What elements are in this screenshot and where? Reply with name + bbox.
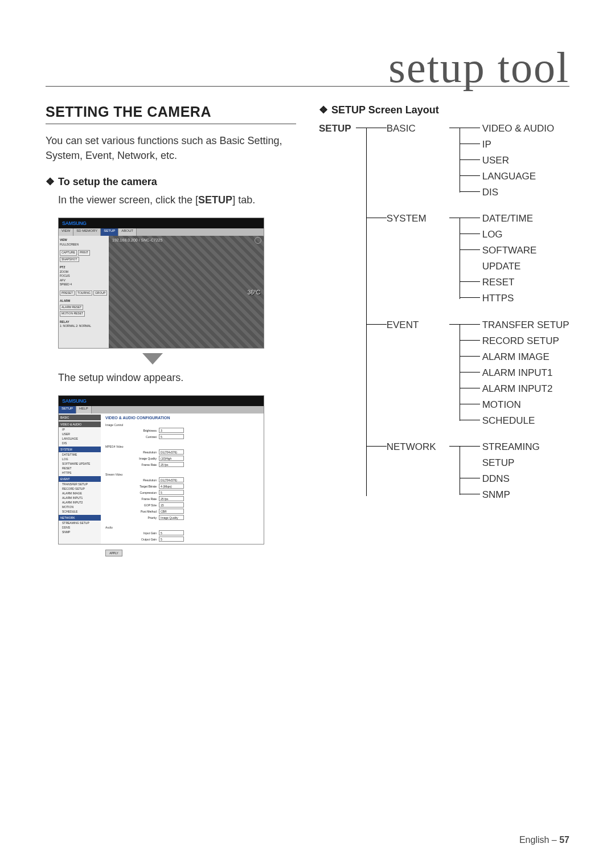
header-rule: setup tool — [46, 46, 569, 87]
g4r0l: Input Gain — [128, 531, 157, 535]
g3r2v[interactable]: 5 — [159, 490, 184, 495]
ssb-item-sw[interactable]: SOFTWARE UPDATE — [59, 461, 101, 466]
ssb-logo: SAMSUNG — [62, 398, 87, 404]
g1r1v[interactable]: 5 — [159, 434, 184, 439]
ssb-item-ai2[interactable]: ALARM INPUT2 — [59, 500, 101, 505]
section-title-left: SETTING THE CAMERA — [46, 104, 296, 124]
ssb-item-mo[interactable]: MOTION — [59, 505, 101, 509]
g1r0v[interactable]: 3 — [159, 428, 184, 433]
ss-preset[interactable]: PRESET — [60, 290, 75, 296]
g2r2v[interactable]: 25 fps — [159, 462, 184, 467]
ss-focus: FOCUS — [60, 274, 108, 279]
ssb-cat-system[interactable]: SYSTEM — [59, 447, 101, 452]
g4r1v[interactable]: 5 — [159, 537, 184, 542]
ssb-g1: Image Control Brightness3 Contrast5 — [101, 422, 264, 444]
ss-alarm-reset[interactable]: ALARM RESET — [60, 305, 83, 310]
ssb-item-snmp[interactable]: SNMP — [59, 530, 101, 534]
ss-motion-reset[interactable]: MOTION RESET — [60, 311, 85, 317]
screenshot-viewer: SAMSUNG VIEW SD MEMORY SETUP ABOUT VIEW … — [58, 218, 264, 349]
ss-touring[interactable]: TOURING — [76, 290, 92, 296]
ssb-cat-basic[interactable]: BASIC — [59, 415, 101, 420]
ss-tab-about[interactable]: ABOUT — [118, 228, 137, 236]
twig-dt: DATE/TIME — [480, 211, 569, 227]
ss-af: AFV — [60, 279, 108, 283]
ssb-g2-hdr: MPEG4 Video — [105, 445, 259, 448]
g2r0v[interactable]: D1(704x576) — [159, 449, 184, 455]
g2r2l: Frame Rate — [128, 463, 157, 466]
ssb-item-dis[interactable]: DIS — [59, 441, 101, 445]
ss-print[interactable]: PRINT — [78, 250, 90, 256]
ss-tab-sdmem[interactable]: SD MEMORY — [73, 228, 101, 236]
sub-title-layout: ❖SETUP Screen Layout — [319, 104, 569, 116]
ssb-item-ss[interactable]: STREAMING SETUP — [59, 521, 101, 525]
g3r4l: GOP Size — [128, 503, 157, 507]
diamond-icon: ❖ — [46, 175, 55, 188]
g1r1l: Contrast — [128, 435, 157, 439]
twig-sch: SCHEDULE — [480, 413, 569, 429]
ssb-cat-network[interactable]: NETWORK — [59, 515, 101, 521]
ss-ptz-hdr: PTZ — [60, 265, 108, 270]
ssb-tab-setup[interactable]: SETUP — [59, 406, 76, 413]
ssb-item-rs[interactable]: RECORD SETUP — [59, 486, 101, 491]
ss-zoom: ZOOM — [60, 270, 108, 275]
ss-tab-view[interactable]: VIEW — [59, 228, 73, 236]
ss-snapshot[interactable]: SNAPSHOT — [60, 257, 79, 263]
right-column: ❖SETUP Screen Layout SETUP BASIC VIDEO &… — [319, 104, 569, 549]
ssb-g4-hdr: Audio — [105, 526, 259, 529]
ssb-item-va[interactable]: VIDEO & AUDIO — [59, 421, 101, 427]
refresh-icon[interactable] — [255, 237, 261, 244]
g4r0v[interactable]: 5 — [159, 530, 184, 535]
apply-button[interactable]: APPLY — [105, 550, 122, 556]
ssb-tabs: SETUP HELP — [59, 406, 264, 413]
ssb-item-ai1[interactable]: ALARM INPUT1 — [59, 496, 101, 500]
ss-body: VIEW FULLSCREEN CAPTURE PRINT SNAPSHOT P… — [59, 236, 264, 348]
ssb-item-ddns[interactable]: DDNS — [59, 525, 101, 530]
ss-temp: 36°C — [248, 289, 260, 295]
twig-ip: IP — [480, 137, 569, 153]
branch-label-event: EVENT — [387, 317, 449, 333]
ssb-item-user[interactable]: USER — [59, 432, 101, 436]
g4r1l: Output Gain — [128, 538, 157, 541]
ssb-item-ai[interactable]: ALARM IMAGE — [59, 491, 101, 496]
twig-reset: RESET — [480, 275, 569, 290]
ssb-item-lang[interactable]: LANGUAGE — [59, 436, 101, 441]
ssb-item-dt[interactable]: DATE/TIME — [59, 452, 101, 457]
ss-view-hdr: VIEW — [60, 238, 108, 243]
ss-capture[interactable]: CAPTURE — [60, 250, 77, 256]
g3r5v[interactable]: CBR — [159, 509, 184, 514]
branch-label-network: NETWORK — [387, 439, 449, 455]
ssb-item-https[interactable]: HTTPS — [59, 470, 101, 475]
ssb-item-log[interactable]: LOG — [59, 457, 101, 461]
ss-group[interactable]: GROUP — [93, 290, 107, 296]
sub-title-setup: ❖To setup the camera — [46, 175, 296, 188]
ss-tab-setup[interactable]: SETUP — [101, 228, 118, 236]
footer-lang: English – — [519, 835, 559, 845]
header-title: setup tool — [388, 46, 569, 89]
g2r1v[interactable]: (10)High — [159, 456, 184, 461]
g3r1v[interactable]: 4 (Mbps) — [159, 484, 184, 489]
g3r0v[interactable]: D1(704x576) — [159, 477, 184, 482]
g3r6v[interactable]: Image Quality — [159, 515, 184, 520]
ssb-item-ip[interactable]: IP — [59, 427, 101, 432]
g3r4v[interactable]: 15 — [159, 502, 184, 507]
ss-top-bar: SAMSUNG — [59, 218, 264, 228]
ssb-side: BASIC VIDEO & AUDIO IP USER LANGUAGE DIS… — [59, 413, 101, 544]
ssb-item-ts[interactable]: TRANSFER SETUP — [59, 482, 101, 486]
twig-ss: STREAMING SETUP — [480, 439, 569, 471]
ss-speed: SPEED — [60, 282, 69, 286]
twig-log: LOG — [480, 227, 569, 243]
footer-page: 57 — [559, 835, 569, 845]
twig-ai2: ALARM INPUT2 — [480, 381, 569, 397]
ssb-cat-event[interactable]: EVENT — [59, 476, 101, 482]
branch-network: NETWORK STREAMING SETUP DDNS SNMP — [387, 439, 569, 503]
tree-root: SETUP BASIC VIDEO & AUDIO IP USER LANGUA… — [319, 121, 569, 503]
ssb-tab-help[interactable]: HELP — [76, 406, 92, 413]
g3r3l: Frame Rate — [128, 497, 157, 501]
ssb-item-sch[interactable]: SCHEDULE — [59, 509, 101, 514]
g2r0l: Resolution — [128, 451, 157, 454]
ssb-body: BASIC VIDEO & AUDIO IP USER LANGUAGE DIS… — [59, 413, 264, 544]
down-triangle-icon — [142, 353, 163, 365]
ssb-item-reset[interactable]: RESET — [59, 466, 101, 470]
g3r3v[interactable]: 25 fps — [159, 496, 184, 501]
left-column: SETTING THE CAMERA You can set various f… — [46, 104, 296, 549]
